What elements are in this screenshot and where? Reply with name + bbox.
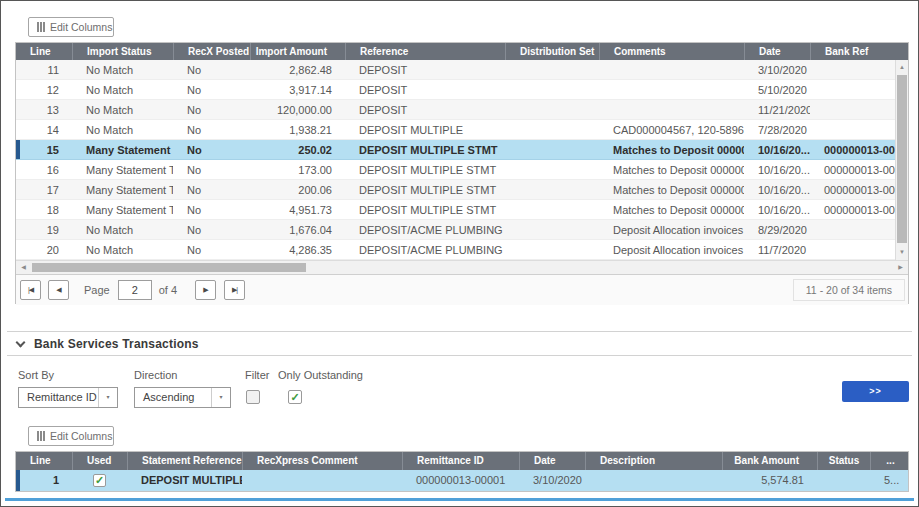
cell: 4,286.35 bbox=[250, 240, 345, 259]
cell: 1,676.04 bbox=[250, 220, 345, 239]
scroll-down-icon[interactable]: ▼ bbox=[896, 246, 908, 259]
column-header-used[interactable]: Used bbox=[72, 452, 127, 470]
sort-by-value: Remittance ID bbox=[27, 388, 97, 407]
cell bbox=[505, 220, 599, 239]
column-header-bank-amount[interactable]: Bank Amount bbox=[722, 452, 817, 470]
column-header-distribution-set[interactable]: Distribution Set bbox=[505, 43, 599, 60]
section-title-bank-services-transactions[interactable]: Bank Services Transactions bbox=[34, 337, 199, 351]
cell: 000000013-00001 bbox=[402, 470, 519, 491]
page-number-input[interactable] bbox=[118, 280, 152, 300]
scroll-right-icon[interactable]: ▶ bbox=[894, 261, 907, 274]
cell: No Match bbox=[72, 220, 173, 239]
column-header-[interactable]: ... bbox=[870, 452, 908, 470]
column-header-statement-reference[interactable]: Statement Reference bbox=[127, 452, 242, 470]
page-of-label: of 4 bbox=[159, 284, 177, 296]
sort-by-dropdown[interactable]: Remittance ID ▾ bbox=[18, 387, 118, 408]
cell: No bbox=[173, 100, 250, 119]
column-header-line[interactable]: Line bbox=[16, 43, 72, 60]
cell: DEPOSIT MULTIPLE ... bbox=[127, 470, 242, 491]
cell: 000000013-00001 bbox=[810, 160, 895, 179]
cell: 10/16/20... bbox=[744, 140, 810, 159]
caret-down-icon[interactable]: ▾ bbox=[211, 388, 230, 407]
table-row[interactable]: 13No MatchNo120,000.00DEPOSIT11/21/2020 bbox=[16, 100, 908, 120]
column-header-description[interactable]: Description bbox=[585, 452, 722, 470]
transfer-button[interactable]: >> bbox=[842, 381, 909, 402]
column-header-recx-posted[interactable]: RecX Posted bbox=[173, 43, 250, 60]
column-header-remittance-id[interactable]: Remittance ID bbox=[402, 452, 519, 470]
column-header-line[interactable]: Line bbox=[16, 452, 72, 470]
cell: Many Statement ... bbox=[72, 140, 173, 159]
edit-columns-button-top[interactable]: Edit Columns bbox=[28, 17, 114, 37]
cell: 2,862.48 bbox=[250, 60, 345, 79]
page-label: Page bbox=[84, 284, 110, 296]
horizontal-scrollbar[interactable]: ◀ ▶ bbox=[16, 260, 908, 274]
used-checkbox[interactable]: ✓ bbox=[93, 474, 106, 487]
column-header-date[interactable]: Date bbox=[744, 43, 810, 60]
table-row[interactable]: 18Many Statement T...No4,951.73DEPOSIT M… bbox=[16, 200, 908, 220]
table-row[interactable]: 16Many Statement T...No173.00DEPOSIT MUL… bbox=[16, 160, 908, 180]
table-row[interactable]: 11No MatchNo2,862.48DEPOSIT3/10/2020 bbox=[16, 60, 908, 80]
cell: No bbox=[173, 240, 250, 259]
cell: DEPOSIT MULTIPLE STMT bbox=[345, 200, 505, 219]
vertical-scrollbar-thumb[interactable] bbox=[897, 75, 907, 243]
direction-dropdown[interactable]: Ascending ▾ bbox=[134, 387, 231, 408]
next-page-button[interactable]: ▶ bbox=[195, 280, 216, 300]
column-header-reference[interactable]: Reference bbox=[345, 43, 505, 60]
cell bbox=[505, 120, 599, 139]
filter-checkbox[interactable] bbox=[246, 390, 260, 404]
cell: 8/29/2020 bbox=[744, 220, 810, 239]
vertical-scrollbar[interactable]: ▲ ▼ bbox=[895, 60, 908, 260]
cell: Matches to Deposit 00000001... bbox=[599, 140, 744, 159]
table-row[interactable]: 14No MatchNo1,938.21DEPOSIT MULTIPLECAD0… bbox=[16, 120, 908, 140]
scroll-up-icon[interactable]: ▲ bbox=[896, 61, 908, 74]
cell: Matches to Deposit 000000013... bbox=[599, 180, 744, 199]
caret-down-icon[interactable]: ▾ bbox=[98, 388, 117, 407]
table-row[interactable]: 17Many Statement T...No200.06DEPOSIT MUL… bbox=[16, 180, 908, 200]
cell: 10/16/20... bbox=[744, 180, 810, 199]
horizontal-scrollbar-thumb[interactable] bbox=[32, 263, 306, 272]
cell bbox=[505, 180, 599, 199]
first-page-button[interactable]: |◀ bbox=[20, 280, 41, 300]
column-header-recxpress-comment[interactable]: RecXpress Comment bbox=[242, 452, 402, 470]
cell: No bbox=[173, 200, 250, 219]
column-header-bank-ref[interactable]: Bank Ref bbox=[810, 43, 895, 60]
cell: 000000013-00001 bbox=[810, 200, 895, 219]
cell: 14 bbox=[16, 120, 72, 139]
scroll-left-icon[interactable]: ◀ bbox=[17, 261, 30, 274]
table-row[interactable]: 12No MatchNo3,917.14DEPOSIT5/10/2020 bbox=[16, 80, 908, 100]
cell: No bbox=[173, 140, 250, 159]
cell: DEPOSIT MULTIPLE STMT bbox=[345, 160, 505, 179]
table-row[interactable]: 15Many Statement ...No250.02DEPOSIT MULT… bbox=[16, 140, 908, 160]
column-header-import-status[interactable]: Import Status bbox=[72, 43, 173, 60]
table-row[interactable]: 19No MatchNo1,676.04DEPOSIT/ACME PLUMBIN… bbox=[16, 220, 908, 240]
column-header-date[interactable]: Date bbox=[519, 452, 585, 470]
cell: DEPOSIT bbox=[345, 80, 505, 99]
divider bbox=[7, 355, 912, 356]
previous-page-button[interactable]: ◀ bbox=[48, 280, 69, 300]
only-outstanding-checkbox[interactable]: ✓ bbox=[288, 390, 302, 404]
chevron-down-icon[interactable] bbox=[16, 338, 26, 348]
cell: DEPOSIT MULTIPLE STMT bbox=[345, 140, 505, 159]
columns-icon bbox=[37, 431, 39, 441]
divider bbox=[7, 331, 912, 332]
bottom-rule bbox=[5, 498, 914, 501]
cell: 000000013-00001 bbox=[810, 180, 895, 199]
bank-reconciliation-page: Edit Columns LineImport StatusRecX Poste… bbox=[0, 0, 919, 507]
edit-columns-button-bottom[interactable]: Edit Columns bbox=[28, 426, 114, 446]
column-header-status[interactable]: Status bbox=[817, 452, 870, 470]
cell: 120,000.00 bbox=[250, 100, 345, 119]
cell: No Match bbox=[72, 240, 173, 259]
cell: 11 bbox=[16, 60, 72, 79]
last-page-button[interactable]: ▶| bbox=[224, 280, 245, 300]
table-row[interactable]: 20No MatchNo4,286.35DEPOSIT/ACME PLUMBIN… bbox=[16, 240, 908, 260]
cell: 11/7/2020 bbox=[744, 240, 810, 259]
cell bbox=[505, 60, 599, 79]
cell: 3/10/2020 bbox=[519, 470, 585, 491]
cell: 173.00 bbox=[250, 160, 345, 179]
table-row[interactable]: 1✓DEPOSIT MULTIPLE ...000000013-000013/1… bbox=[16, 470, 908, 491]
cell: CAD000004567, 120-5896, CH... bbox=[599, 120, 744, 139]
cell: 18 bbox=[16, 200, 72, 219]
column-header-import-amount[interactable]: Import Amount bbox=[250, 43, 345, 60]
cell: 7/28/2020 bbox=[744, 120, 810, 139]
column-header-comments[interactable]: Comments bbox=[599, 43, 744, 60]
